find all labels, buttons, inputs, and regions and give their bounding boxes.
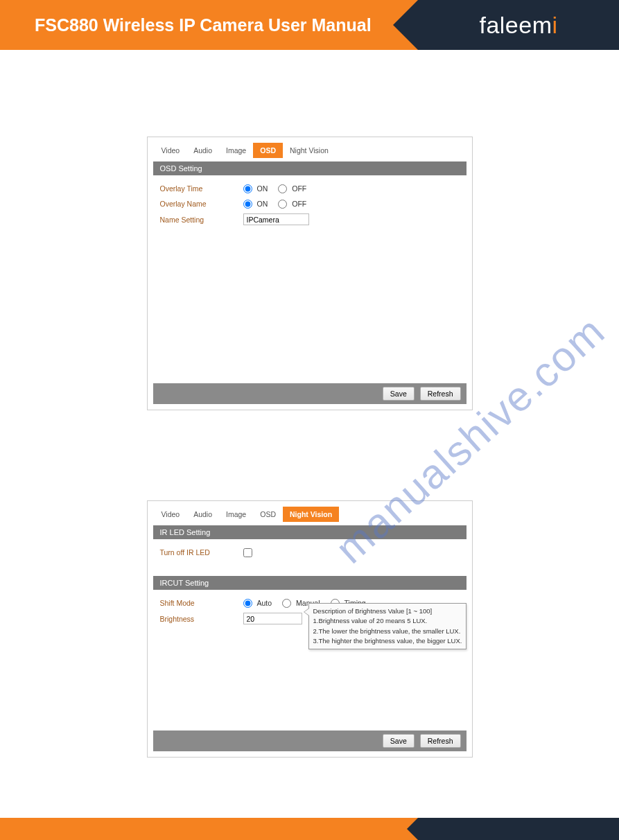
name-setting-input[interactable]: [243, 213, 309, 225]
tab-night-vision[interactable]: Night Vision: [283, 143, 335, 158]
ircut-section-header: IRCUT Setting: [153, 576, 467, 590]
name-setting-label: Name Setting: [160, 216, 243, 224]
overlay-name-label: Overlay Name: [160, 200, 243, 208]
overlay-time-off-radio[interactable]: [278, 184, 287, 193]
overlay-time-on-radio[interactable]: [243, 184, 252, 193]
tab-audio-2[interactable]: Audio: [186, 507, 219, 522]
name-setting-row: Name Setting: [148, 211, 472, 227]
header-left: FSC880 Wireless IP Camera User Manual: [0, 0, 418, 50]
page-title: FSC880 Wireless IP Camera User Manual: [35, 15, 372, 35]
overlay-name-on-label: ON: [257, 200, 268, 208]
osd-section-header: OSD Setting: [153, 161, 467, 175]
nv-footer-bar: Save Refresh: [153, 730, 467, 751]
brand-logo: faleemi: [479, 12, 557, 39]
footer-arrow-icon: [407, 818, 418, 840]
tooltip-line-0: Description of Brightness Value [1 ~ 100…: [313, 606, 462, 616]
tab-night-vision-2[interactable]: Night Vision: [283, 507, 339, 522]
footer-right: [418, 818, 619, 840]
tab-audio[interactable]: Audio: [186, 143, 219, 158]
overlay-name-off-label: OFF: [292, 200, 306, 208]
overlay-name-row: Overlay Name ON OFF: [148, 196, 472, 211]
tab-image[interactable]: Image: [219, 143, 253, 158]
tab-image-2[interactable]: Image: [219, 507, 253, 522]
tab-osd-2[interactable]: OSD: [253, 507, 283, 522]
overlay-time-label: Overlay Time: [160, 184, 243, 193]
tab-osd[interactable]: OSD: [253, 143, 283, 158]
banner-arrow-icon: [393, 0, 418, 50]
tooltip-line-1: 1.Brightness value of 20 means 5 LUX.: [313, 616, 462, 626]
tooltip-arrow-icon: [304, 608, 309, 616]
tooltip-line-2: 2.The lower the brightness value, the sm…: [313, 627, 462, 636]
shift-auto-radio[interactable]: [243, 599, 252, 608]
osd-settings-panel: Video Audio Image OSD Night Vision OSD S…: [147, 137, 473, 410]
footer-banner: [0, 818, 619, 840]
overlay-name-on-radio[interactable]: [243, 200, 252, 209]
shift-manual-radio[interactable]: [282, 599, 291, 608]
header-right: faleemi: [418, 0, 619, 50]
header-banner: FSC880 Wireless IP Camera User Manual fa…: [0, 0, 619, 50]
brightness-input[interactable]: [243, 613, 302, 624]
overlay-time-on-label: ON: [257, 184, 268, 193]
turn-off-irled-checkbox[interactable]: [243, 548, 252, 557]
turn-off-irled-label: Turn off IR LED: [160, 548, 243, 557]
tab-bar-2: Video Audio Image OSD Night Vision: [148, 501, 472, 522]
overlay-time-row: Overlay Time ON OFF: [148, 181, 472, 196]
brightness-tooltip: Description of Brightness Value [1 ~ 100…: [308, 603, 467, 649]
tab-video[interactable]: Video: [155, 143, 187, 158]
turn-off-irled-row: Turn off IR LED: [148, 545, 472, 560]
shift-auto-label: Auto: [257, 599, 272, 607]
refresh-button[interactable]: Refresh: [420, 387, 461, 401]
tab-video-2[interactable]: Video: [155, 507, 187, 522]
brightness-label: Brightness: [160, 615, 243, 623]
tab-bar: Video Audio Image OSD Night Vision: [148, 137, 472, 158]
overlay-time-off-label: OFF: [292, 184, 306, 193]
save-button-2[interactable]: Save: [383, 734, 415, 748]
refresh-button-2[interactable]: Refresh: [420, 734, 461, 748]
night-vision-panel: Video Audio Image OSD Night Vision IR LE…: [147, 500, 473, 758]
osd-footer-bar: Save Refresh: [153, 383, 467, 404]
footer-left: [0, 818, 418, 840]
overlay-name-off-radio[interactable]: [278, 200, 287, 209]
save-button[interactable]: Save: [383, 387, 415, 401]
tooltip-line-3: 3.The highter the brightness value, the …: [313, 636, 462, 646]
shift-mode-label: Shift Mode: [160, 599, 243, 607]
irled-section-header: IR LED Setting: [153, 525, 467, 539]
